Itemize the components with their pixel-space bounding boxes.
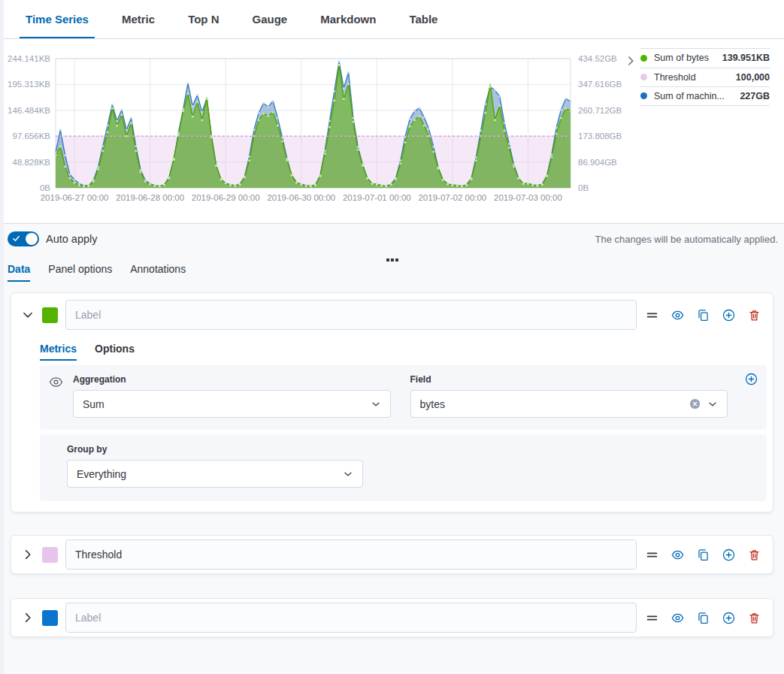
clone-icon[interactable] <box>697 309 710 322</box>
clear-field-icon[interactable] <box>689 398 701 410</box>
series-panel-3 <box>11 598 773 637</box>
legend-label: Sum of machin... <box>654 91 725 101</box>
series-label-input[interactable] <box>65 300 637 330</box>
field-value: bytes <box>420 398 445 410</box>
chevron-down-icon <box>343 469 353 479</box>
add-series-icon[interactable] <box>722 612 735 624</box>
series-header <box>11 599 773 636</box>
svg-text:434.52GB: 434.52GB <box>578 54 617 63</box>
legend-value: 139.951KB <box>722 53 770 63</box>
svg-text:244.141KB: 244.141KB <box>8 54 50 63</box>
timeseries-chart-panel: 0B48.828KB97.656KB146.484KB195.313KB244.… <box>0 39 784 224</box>
viz-type-tabbar: Time Series Metric Top N Gauge Markdown … <box>0 0 784 39</box>
tab-metric[interactable]: Metric <box>119 0 158 38</box>
left-gutter <box>0 0 4 674</box>
svg-text:2019-06-28 00:00: 2019-06-28 00:00 <box>116 193 184 202</box>
legend-dot-green <box>640 55 647 62</box>
legend-label: Sum of bytes <box>654 53 709 63</box>
auto-apply-toggle[interactable] <box>8 231 39 246</box>
add-series-icon[interactable] <box>722 309 735 322</box>
legend-item-sum-of-machines[interactable]: Sum of machin... 227GB <box>640 86 770 106</box>
panel-editor: Auto apply The changes will be automatic… <box>0 224 784 674</box>
series-header <box>11 293 773 334</box>
timeseries-chart-canvas: 0B48.828KB97.656KB146.484KB195.313KB244.… <box>2 44 627 213</box>
toggle-knob <box>26 233 38 245</box>
legend-label: Threshold <box>654 72 696 83</box>
group-by-section: Group by Everything <box>40 434 767 501</box>
svg-text:146.484KB: 146.484KB <box>8 106 50 115</box>
field-label: Field <box>410 374 728 385</box>
legend-dot-blue <box>640 92 647 99</box>
svg-text:195.313KB: 195.313KB <box>8 80 50 89</box>
drag-handle-icon[interactable] <box>646 309 658 322</box>
eye-icon[interactable] <box>671 309 684 322</box>
tab-markdown[interactable]: Markdown <box>317 0 379 38</box>
tab-data[interactable]: Data <box>8 263 30 282</box>
add-metric-icon[interactable] <box>745 373 758 385</box>
clone-icon[interactable] <box>697 549 710 561</box>
svg-text:260.712GB: 260.712GB <box>578 106 622 115</box>
clone-icon[interactable] <box>697 612 710 624</box>
tab-metrics[interactable]: Metrics <box>40 343 77 361</box>
svg-text:2019-07-02 00:00: 2019-07-02 00:00 <box>418 193 486 202</box>
drag-handle-icon[interactable] <box>646 612 658 624</box>
svg-text:2019-07-01 00:00: 2019-07-01 00:00 <box>343 193 411 202</box>
svg-text:48.828KB: 48.828KB <box>12 158 50 167</box>
series-color-swatch[interactable] <box>42 610 58 626</box>
series-header <box>11 536 773 573</box>
series-actions <box>646 309 765 322</box>
series-label-input[interactable] <box>65 540 637 570</box>
chevron-down-icon <box>371 399 381 410</box>
legend-item-threshold[interactable]: Threshold 100,000 <box>640 68 770 87</box>
aggregation-field-group: Aggregation Sum <box>73 374 391 418</box>
trash-icon[interactable] <box>748 612 761 624</box>
tab-gauge[interactable]: Gauge <box>250 0 291 38</box>
field-combobox[interactable]: bytes <box>410 390 728 418</box>
aggregation-section: Aggregation Sum Field bytes <box>40 365 767 430</box>
panel-resize-handle[interactable] <box>383 255 401 264</box>
series-label-input[interactable] <box>65 603 637 633</box>
svg-text:2019-06-27 00:00: 2019-06-27 00:00 <box>41 193 109 202</box>
aggregation-value: Sum <box>83 398 104 410</box>
tab-table[interactable]: Table <box>406 0 440 38</box>
tab-time-series[interactable]: Time Series <box>23 0 92 38</box>
series-panel-1: Metrics Options Aggregation Sum <box>11 292 773 512</box>
aggregation-select[interactable]: Sum <box>73 390 391 418</box>
eye-icon <box>49 374 65 418</box>
chevron-down-icon <box>707 399 718 410</box>
tab-top-n[interactable]: Top N <box>185 0 222 38</box>
editor-tabbar: Data Panel options Annotations <box>8 263 784 282</box>
series-color-swatch[interactable] <box>42 547 58 563</box>
legend-collapse-icon[interactable] <box>624 54 637 68</box>
series-color-swatch[interactable] <box>42 307 58 323</box>
chevron-right-icon[interactable] <box>21 548 35 561</box>
trash-icon[interactable] <box>748 549 761 561</box>
aggregation-label: Aggregation <box>73 374 391 385</box>
chevron-right-icon[interactable] <box>21 611 35 624</box>
drag-handle-icon[interactable] <box>646 549 658 561</box>
legend-dot-pink <box>640 74 647 80</box>
tab-options[interactable]: Options <box>95 343 135 361</box>
svg-text:347.616GB: 347.616GB <box>578 80 622 89</box>
series-actions <box>646 612 765 624</box>
add-series-icon[interactable] <box>722 549 735 561</box>
group-by-select[interactable]: Everything <box>67 460 363 488</box>
eye-icon[interactable] <box>671 549 684 561</box>
auto-apply-row: Auto apply The changes will be automatic… <box>0 224 784 246</box>
svg-text:0B: 0B <box>40 183 50 192</box>
chart-legend: Sum of bytes 139.951KB Threshold 100,000… <box>640 48 770 106</box>
check-icon <box>13 235 20 242</box>
series-tabbar: Metrics Options <box>40 343 773 361</box>
svg-text:173.808GB: 173.808GB <box>578 131 622 141</box>
tsvb-editor-app: Time Series Metric Top N Gauge Markdown … <box>0 0 784 674</box>
chevron-down-icon[interactable] <box>21 308 35 322</box>
field-field-group: Field bytes <box>410 374 728 418</box>
legend-item-sum-of-bytes[interactable]: Sum of bytes 139.951KB <box>640 48 770 68</box>
svg-text:86.904GB: 86.904GB <box>578 158 617 167</box>
tab-annotations[interactable]: Annotations <box>130 263 186 282</box>
legend-value: 100,000 <box>736 72 770 83</box>
trash-icon[interactable] <box>748 309 761 322</box>
eye-icon[interactable] <box>671 612 684 624</box>
tab-panel-options[interactable]: Panel options <box>48 263 112 282</box>
svg-text:2019-06-30 00:00: 2019-06-30 00:00 <box>267 193 335 202</box>
